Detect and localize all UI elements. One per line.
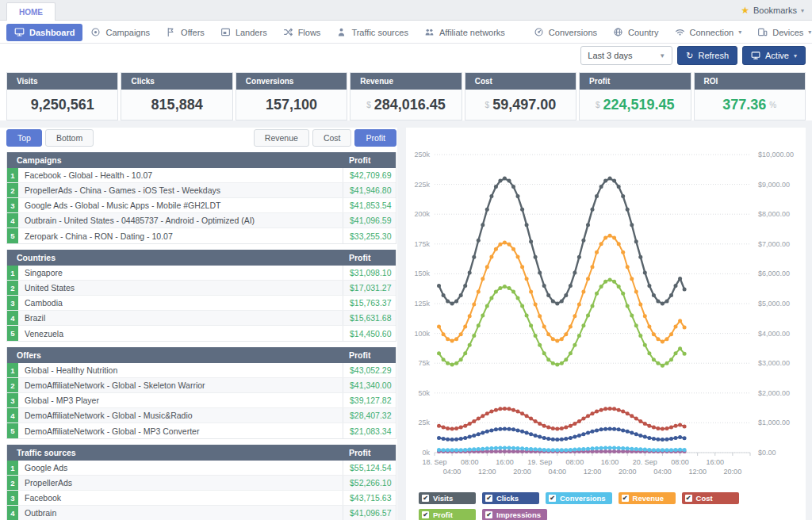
stat-box-cost: Cost$59,497.00 <box>465 72 576 120</box>
nav-item-dashboard[interactable]: Dashboard <box>6 24 82 41</box>
traffic-sources-icon <box>336 27 347 37</box>
nav-item-landers[interactable]: Landers <box>213 24 275 41</box>
rank-table-countries: CountriesProfit1Singapore$31,098.102Unit… <box>6 250 396 342</box>
nav-item-connection[interactable]: Connection▾ <box>667 24 750 41</box>
svg-text:0k: 0k <box>422 449 430 457</box>
nav-item-country[interactable]: Country <box>605 24 667 41</box>
svg-text:20:00: 20:00 <box>513 468 531 476</box>
table-row[interactable]: 3Cambodia$15,763.37 <box>7 296 396 311</box>
nav-item-affiliate-networks[interactable]: Affiliate networks <box>416 24 513 41</box>
bookmarks-menu[interactable]: ★ Bookmarks ▾ <box>741 0 804 21</box>
refresh-button[interactable]: ↻ Refresh <box>677 46 737 65</box>
table-row[interactable]: 4DemoAffiliateNetwork - Global - Music&R… <box>7 408 396 423</box>
nav-item-devices[interactable]: Devices▾ <box>749 24 812 41</box>
svg-text:08:00: 08:00 <box>671 458 689 466</box>
cost-metric-button[interactable]: Cost <box>312 129 352 147</box>
table-row[interactable]: 4Brazil$15,631.68 <box>7 311 396 326</box>
table-row[interactable]: 1Facebook - Global - Health - 10.07$42,7… <box>7 168 396 183</box>
row-profit-value: $55,124.54 <box>343 461 396 475</box>
table-row[interactable]: 1Global - Healthy Nutrition$43,052.29 <box>7 363 396 378</box>
checkbox-icon: ✔ <box>685 495 692 502</box>
nav-item-campaigns[interactable]: Campaigns <box>82 24 158 41</box>
svg-text:200k: 200k <box>414 210 430 218</box>
divider <box>397 120 406 520</box>
legend-toggle-cost[interactable]: ✔Cost <box>682 492 739 504</box>
series-profit <box>437 277 687 367</box>
stat-box-visits: Visits9,250,561 <box>6 72 118 120</box>
legend-toggle-conversions[interactable]: ✔Conversions <box>546 492 612 504</box>
nav-item-traffic-sources[interactable]: Traffic sources <box>328 24 416 41</box>
top-order-button[interactable]: Top <box>6 129 42 147</box>
row-name: Outbrain <box>18 506 343 520</box>
table-row[interactable]: 2PropellerAds - China - Games - iOS Test… <box>7 183 396 198</box>
nav-item-conversions[interactable]: Conversions <box>526 24 605 41</box>
chart-panel: 0k$0.0025k$1,000.0050k$2,000.0075k$3,000… <box>406 128 806 520</box>
tab-home[interactable]: HOME <box>6 2 56 21</box>
flows-icon <box>283 27 293 37</box>
row-name: Global - MP3 Player <box>18 393 343 407</box>
chart-legend: ✔Visits✔Clicks✔Conversions✔Revenue✔Cost✔… <box>419 492 791 520</box>
legend-label: Visits <box>433 494 453 503</box>
star-icon: ★ <box>741 5 749 16</box>
rank-badge: 3 <box>7 296 18 310</box>
svg-text:08:00: 08:00 <box>566 458 584 466</box>
table-header: Traffic sourcesProfit <box>7 445 396 461</box>
table-row[interactable]: 4Outbrain - United States - 04485737 - A… <box>7 213 396 228</box>
table-row[interactable]: 3Facebook$43,715.63 <box>7 491 396 506</box>
legend-label: Impressions <box>496 510 541 519</box>
svg-text:19. Sep: 19. Sep <box>527 458 552 466</box>
nav-item-offers[interactable]: Offers <box>158 24 213 41</box>
chevron-down-icon: ▾ <box>794 52 797 59</box>
svg-text:12:00: 12:00 <box>688 468 707 476</box>
date-range-select[interactable]: Last 3 days ▼ <box>580 46 672 65</box>
legend-toggle-clicks[interactable]: ✔Clicks <box>482 492 539 504</box>
legend-toggle-visits[interactable]: ✔Visits <box>419 492 476 504</box>
rank-badge: 2 <box>7 476 18 490</box>
stat-number: 59,497.00 <box>492 97 556 113</box>
table-row[interactable]: 5Zeropark - China - RON - Dating - 10.07… <box>7 228 396 243</box>
row-name: Zeropark - China - RON - Dating - 10.07 <box>18 228 343 243</box>
stat-label: Revenue <box>350 73 461 90</box>
rank-badge: 1 <box>7 266 18 280</box>
nav-item-label: Landers <box>236 28 267 37</box>
table-row[interactable]: 5Venezuela$14,450.60 <box>7 326 396 341</box>
table-row[interactable]: 3Global - MP3 Player$39,127.82 <box>7 393 396 408</box>
rank-tables: CampaignsProfit1Facebook - Global - Heal… <box>6 152 396 520</box>
legend-toggle-revenue[interactable]: ✔Revenue <box>619 492 676 504</box>
row-profit-value: $43,052.29 <box>343 363 396 377</box>
revenue-metric-button[interactable]: Revenue <box>254 129 309 147</box>
table-row[interactable]: 1Singapore$31,098.10 <box>7 266 396 281</box>
svg-text:04:00: 04:00 <box>443 468 462 476</box>
table-row[interactable]: 2PropellerAds$52,266.10 <box>7 476 396 491</box>
table-row[interactable]: 1Google Ads$55,124.54 <box>7 461 396 476</box>
row-profit-value: $41,946.80 <box>343 183 396 197</box>
svg-text:125k: 125k <box>414 300 430 308</box>
table-header: OffersProfit <box>7 347 396 363</box>
legend-toggle-profit[interactable]: ✔Profit <box>419 509 476 520</box>
active-filter-button[interactable]: Active ▾ <box>742 46 806 65</box>
table-row[interactable]: 3Google Ads - Global - Music Apps - Mobi… <box>7 198 396 213</box>
legend-toggle-impressions[interactable]: ✔Impressions <box>482 509 547 520</box>
row-name: Google Ads - Global - Music Apps - Mobil… <box>18 198 343 212</box>
svg-text:$4,000.00: $4,000.00 <box>758 330 790 338</box>
table-row[interactable]: 4Outbrain$41,096.57 <box>7 506 396 520</box>
refresh-label: Refresh <box>698 51 729 60</box>
svg-text:16:00: 16:00 <box>707 458 725 466</box>
nav-item-flows[interactable]: Flows <box>275 24 329 41</box>
table-header: CountriesProfit <box>7 250 396 266</box>
table-row[interactable]: 5DemoAffiliateNetwork - Global - MP3 Con… <box>7 423 396 438</box>
stat-box-revenue: Revenue$284,016.45 <box>350 72 462 120</box>
profit-metric-button[interactable]: Profit <box>354 129 396 147</box>
row-profit-value: $41,853.54 <box>343 198 396 212</box>
metric-buttons: RevenueCostProfit <box>251 129 396 147</box>
rank-toolbar: TopBottom RevenueCostProfit <box>6 129 396 147</box>
svg-text:20. Sep: 20. Sep <box>633 458 657 466</box>
rank-badge: 1 <box>7 363 18 377</box>
row-profit-value: $42,709.69 <box>343 168 396 182</box>
bottom-order-button[interactable]: Bottom <box>45 129 94 147</box>
table-row[interactable]: 2DemoAffiliateNetwork - Global - Skeleto… <box>7 378 396 393</box>
main-nav: DashboardCampaignsOffersLandersFlowsTraf… <box>0 21 812 44</box>
table-row[interactable]: 2United States$17,031.27 <box>7 281 396 296</box>
stat-label: Visits <box>7 73 117 90</box>
nav-item-label: Conversions <box>549 28 597 37</box>
